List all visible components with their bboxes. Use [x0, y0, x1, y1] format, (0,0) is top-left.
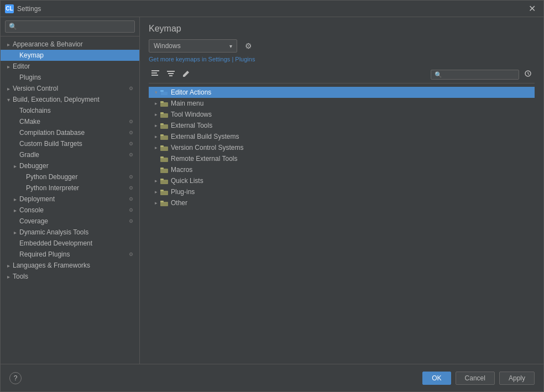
cancel-button[interactable]: Cancel [456, 372, 495, 385]
tree-item-quick-lists[interactable]: Quick Lists [149, 175, 535, 186]
sidebar-item-plugins[interactable]: Plugins [1, 72, 139, 83]
tree-label-main-menu: Main menu [171, 100, 203, 107]
tree-item-plug-ins[interactable]: Plug-ins [149, 186, 535, 197]
sidebar-item-toolchains[interactable]: Toolchains [1, 105, 139, 116]
tree-item-other[interactable]: Other [149, 197, 535, 208]
tree-arrow-external-build-systems [152, 134, 160, 139]
shortcut-search-input[interactable] [431, 70, 519, 80]
sidebar-item-keymap[interactable]: Keymap [1, 50, 139, 61]
keymap-gear-button[interactable]: ⚙ [242, 39, 255, 53]
sidebar-item-gradle[interactable]: Gradle ⚙ [1, 149, 139, 160]
tree-item-external-build-systems[interactable]: External Build Systems [149, 131, 535, 142]
arrow-deployment [12, 196, 18, 202]
arrow-languages [5, 262, 12, 269]
svg-rect-25 [160, 179, 164, 180]
arrow-tools [5, 273, 12, 280]
collapse-all-button[interactable] [164, 68, 177, 81]
sidebar-item-appearance[interactable]: Appearance & Behavior [1, 39, 139, 50]
tree-item-external-tools[interactable]: External Tools [149, 120, 535, 131]
arrow-dynamic-analysis [12, 229, 18, 236]
sidebar-item-cmake[interactable]: CMake ⚙ [1, 116, 139, 127]
tree-label-other: Other [171, 199, 187, 207]
svg-rect-2 [151, 75, 158, 76]
sidebar-item-python-interpreter[interactable]: Python Interpreter ⚙ [1, 182, 139, 194]
sidebar-item-tools[interactable]: Tools [1, 271, 139, 282]
arrow-appearance [5, 41, 12, 48]
sidebar-item-python-debugger[interactable]: Python Debugger ⚙ [1, 171, 139, 182]
panel-title: Keymap [149, 24, 535, 34]
svg-rect-5 [169, 75, 172, 76]
app-icon: CL [5, 4, 14, 13]
svg-rect-21 [160, 156, 164, 158]
svg-rect-22 [160, 169, 168, 173]
sidebar-label-console: Console [19, 206, 125, 214]
svg-rect-0 [151, 70, 159, 71]
sidebar-label-keymap: Keymap [19, 51, 135, 59]
folder-icon-remote-external-tools [160, 155, 169, 163]
tree-arrow-version-control-systems [152, 145, 160, 150]
icon-right-python-interpreter: ⚙ [127, 184, 135, 192]
sidebar-label-debugger: Debugger [19, 162, 135, 170]
svg-rect-29 [160, 201, 164, 202]
sidebar-item-custom-build[interactable]: Custom Build Targets ⚙ [1, 138, 139, 149]
arrow-version-control [5, 85, 12, 92]
search-input[interactable] [5, 20, 135, 33]
tree-item-remote-external-tools[interactable]: Remote External Tools [149, 153, 535, 164]
svg-rect-24 [160, 180, 168, 184]
tree-item-editor-actions[interactable]: Editor Actions [149, 87, 535, 98]
sidebar-item-debugger[interactable]: Debugger [1, 160, 139, 171]
tree-item-main-menu[interactable]: Main menu [149, 98, 535, 109]
icon-right-compilation-db: ⚙ [127, 129, 135, 137]
toolbar-search [431, 68, 535, 81]
tree-item-tool-windows[interactable]: Tool Windows [149, 109, 535, 120]
sidebar-item-compilation-db[interactable]: Compilation Database ⚙ [1, 127, 139, 138]
folder-icon-quick-lists [160, 177, 169, 185]
tree-item-version-control-systems[interactable]: Version Control Systems [149, 142, 535, 153]
nav-tree: Appearance & Behavior Keymap Editor Plug… [1, 36, 139, 364]
tree-arrow-plug-ins [152, 189, 160, 195]
sidebar-item-coverage[interactable]: Coverage ⚙ [1, 216, 139, 227]
svg-rect-28 [160, 202, 168, 206]
help-button[interactable]: ? [9, 372, 22, 384]
sidebar-item-languages[interactable]: Languages & Frameworks [1, 260, 139, 271]
close-button[interactable]: ✕ [525, 2, 539, 15]
icon-right-console: ⚙ [127, 206, 135, 214]
ok-button[interactable]: OK [422, 372, 451, 385]
sidebar-label-required-plugins: Required Plugins [19, 250, 125, 258]
svg-rect-26 [160, 191, 168, 195]
apply-button[interactable]: Apply [499, 372, 535, 385]
tree-label-macros: Macros [171, 166, 192, 174]
keymap-header: Windows ⚙ [149, 39, 535, 53]
sidebar-item-version-control[interactable]: Version Control ⚙ [1, 83, 139, 94]
tree-label-external-build-systems: External Build Systems [171, 133, 239, 140]
sidebar-item-deployment[interactable]: Deployment ⚙ [1, 194, 139, 205]
expand-all-button[interactable] [149, 68, 162, 81]
svg-rect-1 [151, 72, 157, 74]
sidebar-label-languages: Languages & Frameworks [13, 262, 135, 269]
svg-rect-16 [160, 135, 168, 140]
folder-icon-editor-actions [160, 88, 169, 96]
sidebar-item-required-plugins[interactable]: Required Plugins ⚙ [1, 249, 139, 260]
svg-rect-8 [160, 90, 164, 92]
arrow-debugger [12, 163, 18, 169]
keymap-plugins-link[interactable]: Get more keymaps in Settings | Plugins [149, 56, 535, 62]
search-options-button[interactable] [521, 68, 535, 81]
sidebar-item-dynamic-analysis[interactable]: Dynamic Analysis Tools [1, 227, 139, 238]
tree-item-macros[interactable]: Macros [149, 164, 535, 175]
sidebar-item-build[interactable]: Build, Execution, Deployment [1, 94, 139, 105]
tree-arrow-external-tools [152, 123, 160, 128]
svg-rect-19 [160, 145, 164, 147]
footer-left: ? [9, 372, 22, 384]
icon-right-cmake: ⚙ [127, 118, 135, 126]
edit-shortcut-button[interactable] [180, 68, 193, 81]
keymap-dropdown[interactable]: Windows [149, 39, 237, 53]
icon-right-python-debugger: ⚙ [127, 173, 135, 181]
sidebar-item-console[interactable]: Console ⚙ [1, 205, 139, 216]
icon-right-coverage: ⚙ [127, 217, 135, 225]
folder-icon-main-menu [160, 100, 169, 107]
sidebar-label-python-interpreter: Python Interpreter [26, 184, 125, 192]
sidebar-item-editor[interactable]: Editor [1, 61, 139, 72]
sidebar-item-embedded-dev[interactable]: Embedded Development [1, 238, 139, 249]
icon-right-deployment: ⚙ [127, 195, 135, 203]
svg-rect-17 [160, 134, 164, 136]
